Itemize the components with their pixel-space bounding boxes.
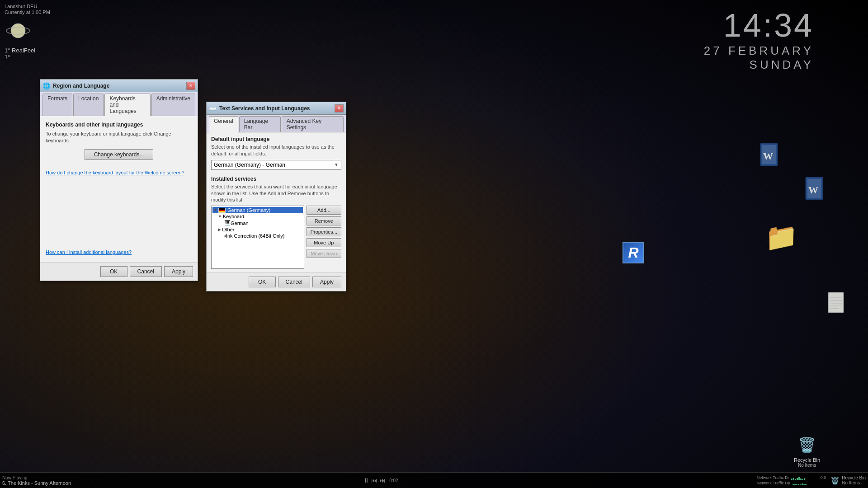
installed-services-section: Installed services Select the services t… <box>207 174 346 273</box>
network-up-chart <box>793 481 820 485</box>
tab-advanced-key-settings[interactable]: Advanced Key Settings <box>282 116 344 132</box>
default-input-title: Default input language <box>211 136 341 142</box>
text-services-close-button[interactable]: ✕ <box>335 104 344 113</box>
tree-item-keyboard[interactable]: ▼ Keyboard <box>212 213 303 220</box>
desktop-icon-folder[interactable]: 📁 <box>765 221 798 254</box>
bar1 <box>791 479 793 480</box>
stop-icon[interactable]: ⏮ <box>371 477 377 484</box>
network-up-label: Network Traffic Up <box>757 481 790 485</box>
text-services-ok-button[interactable]: OK <box>249 277 276 287</box>
svg-point-0 <box>11 23 25 38</box>
keyboards-section: Keyboards and other input languages To c… <box>40 116 198 262</box>
tree-item-german-keyboard[interactable]: 🎹 German <box>212 220 303 226</box>
network-down-chart <box>791 475 818 480</box>
change-keyboards-button[interactable]: Change keyboards... <box>85 149 154 160</box>
tree-expand-icon: ▼ <box>213 208 217 212</box>
taskbar-controls: ⏸ ⏮ ⏭ 0:02 <box>363 477 398 484</box>
welcome-screen-link[interactable]: How do I change the keyboard layout for … <box>46 170 192 175</box>
tab-keyboards-languages[interactable]: Keyboards and Languages <box>104 94 150 116</box>
svg-text:W: W <box>808 184 818 196</box>
now-playing-label: Now Playing <box>2 475 361 480</box>
close-button[interactable]: ✕ <box>186 82 195 90</box>
dropdown-arrow-icon: ▼ <box>334 162 339 167</box>
tree-item-german-germany[interactable]: ▼ German (Germany) <box>212 207 303 213</box>
install-languages-link[interactable]: How can I install additional languages? <box>46 249 192 255</box>
svg-rect-8 <box>828 292 844 313</box>
text-services-icon: ⌨️ <box>209 105 217 112</box>
ubar4 <box>798 484 799 485</box>
region-window-titlebar: 🌐 Region and Language ✕ <box>40 80 198 92</box>
taskbar-right: Network Traffic Di 0.0 Network Traffic U… <box>757 475 866 485</box>
region-window-title: Region and Language <box>53 83 186 89</box>
recycle-bin-taskbar-info: Recycle Bin No Items <box>842 475 866 485</box>
tree-label-other: Other <box>222 227 235 232</box>
r-app-icon: R <box>623 242 644 263</box>
region-window-icon: 🌐 <box>42 82 50 89</box>
recycle-bin-label: Recycle Bin No Items <box>794 457 820 468</box>
tab-administrative[interactable]: Administrative <box>151 94 195 116</box>
desktop-icon-doc3[interactable] <box>827 291 845 318</box>
clock-time: 14:34 <box>704 9 814 42</box>
default-language-dropdown[interactable]: German (Germany) - German ▼ <box>211 160 341 170</box>
network-down-value: 0.0 <box>821 475 826 480</box>
ubar6 <box>802 483 803 485</box>
text-services-footer: OK Cancel Apply <box>207 272 346 291</box>
keyboards-section-title: Keyboards and other input languages <box>46 122 192 128</box>
move-down-button[interactable]: Move Down <box>307 249 341 258</box>
region-window-footer: OK Cancel Apply <box>40 262 198 281</box>
tab-general[interactable]: General <box>209 116 238 132</box>
svg-text:W: W <box>763 150 773 162</box>
bar3 <box>795 479 796 480</box>
recycle-bin-taskbar-status: No Items <box>842 480 866 485</box>
add-service-button[interactable]: Add... <box>307 206 341 215</box>
ubar2 <box>794 484 796 485</box>
network-down-row: Network Traffic Di 0.0 <box>757 475 826 480</box>
tree-label-german-germany: German (Germany) <box>227 207 270 213</box>
play-pause-icon[interactable]: ⏸ <box>363 477 369 484</box>
region-cancel-button[interactable]: Cancel <box>130 266 162 277</box>
default-input-desc: Select one of the installed input langua… <box>211 144 341 157</box>
services-buttons: Add... Remove Properties... Move Up Move… <box>307 206 341 269</box>
properties-service-button[interactable]: Properties... <box>307 227 341 236</box>
ubar7 <box>803 484 805 485</box>
tree-item-ink-correction[interactable]: • Ink Correction (64Bit Only) <box>212 233 303 239</box>
network-up-row: Network Traffic Up <box>757 481 826 485</box>
song-title: 6. The Kinks - Sunny Afternoon <box>2 480 361 486</box>
recycle-bin-taskbar-icon: 🗑️ <box>830 476 840 485</box>
move-up-button[interactable]: Move Up <box>307 238 341 247</box>
tree-label-ink-correction: Ink Correction (64Bit Only) <box>226 233 285 239</box>
window-controls: ✕ <box>186 82 195 90</box>
clock-date: 27 FEBRUARY SUNDAY <box>704 44 814 72</box>
tree-label-german: German <box>231 221 249 226</box>
bar4 <box>797 478 798 480</box>
tab-language-bar[interactable]: Language Bar <box>239 116 281 132</box>
remove-service-button[interactable]: Remove <box>307 216 341 225</box>
installed-services-title: Installed services <box>211 176 341 182</box>
flag-de-icon <box>218 208 226 213</box>
tree-item-other[interactable]: ▶ Other <box>212 226 303 233</box>
region-language-window: 🌐 Region and Language ✕ Formats Location… <box>40 79 198 281</box>
text-services-window: ⌨️ Text Services and Input Languages ✕ G… <box>206 102 346 291</box>
tab-formats[interactable]: Formats <box>42 94 72 116</box>
bar2 <box>793 478 794 480</box>
taskbar: Now Playing 6. The Kinks - Sunny Afterno… <box>0 472 868 488</box>
desktop-recycle-bin[interactable]: 🗑️ Recycle Bin No Items <box>789 434 825 468</box>
next-icon[interactable]: ⏭ <box>379 477 386 484</box>
region-apply-button[interactable]: Apply <box>164 266 193 277</box>
text-services-apply-button[interactable]: Apply <box>312 277 341 287</box>
network-down-label: Network Traffic Di <box>757 475 789 480</box>
clock-widget: 14:34 27 FEBRUARY SUNDAY <box>704 9 814 72</box>
recycle-bin-taskbar-label: Recycle Bin <box>842 475 866 480</box>
desktop-icon-doc2[interactable]: W <box>805 176 825 205</box>
bar8 <box>804 478 805 480</box>
text-services-titlebar: ⌨️ Text Services and Input Languages ✕ <box>207 102 346 115</box>
desktop-icon-doc1[interactable]: W <box>760 142 780 171</box>
tree-expand-other-icon: ▶ <box>218 227 221 232</box>
text-services-cancel-button[interactable]: Cancel <box>278 277 310 287</box>
keyboards-section-desc: To change your keyboard or input languag… <box>46 131 192 145</box>
region-ok-button[interactable]: OK <box>100 266 127 277</box>
tab-location[interactable]: Location <box>73 94 104 116</box>
text-services-tab-bar: General Language Bar Advanced Key Settin… <box>207 115 346 132</box>
text-services-title: Text Services and Input Languages <box>219 105 335 112</box>
services-tree[interactable]: ▼ German (Germany) ▼ Keyboard 🎹 German <box>211 206 304 269</box>
